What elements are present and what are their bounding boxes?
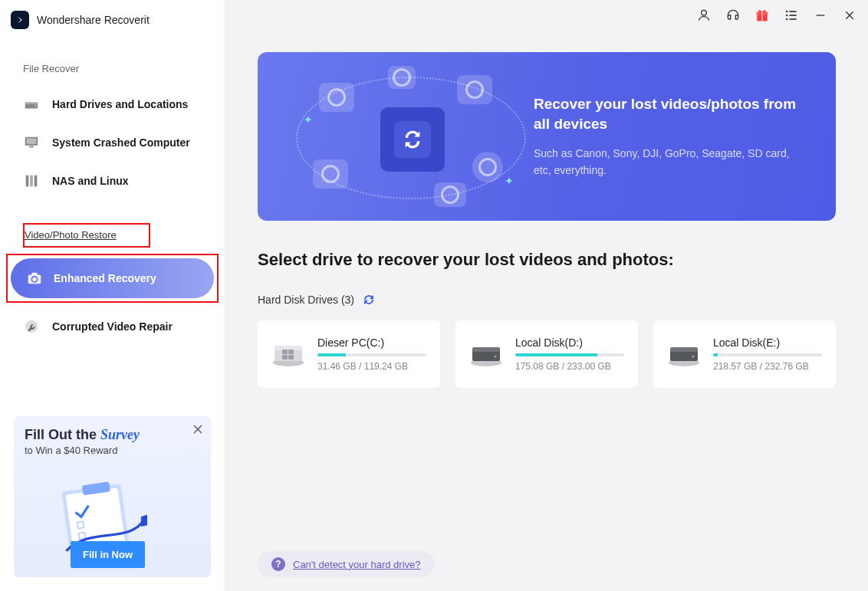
footer-help: ? Can't detect your hard drive? — [258, 551, 435, 577]
enhanced-recovery-highlight: Enhanced Recovery — [6, 254, 219, 303]
nav-nas-linux[interactable]: NAS and Linux — [0, 162, 225, 200]
svg-rect-34 — [282, 355, 288, 360]
drive-icon — [469, 341, 503, 367]
nav-label: Hard Drives and Locations — [52, 98, 188, 110]
select-drive-title: Select drive to recover your lost videos… — [258, 250, 836, 270]
banner-title: Recover your lost videos/photos from all… — [534, 94, 805, 135]
nav-corrupted-video[interactable]: Corrupted Video Repair — [0, 307, 225, 346]
svg-point-24 — [786, 15, 788, 17]
help-text: Can't detect your hard drive? — [293, 559, 421, 570]
drive-size: 175.08 GB / 233.00 GB — [515, 361, 624, 372]
svg-rect-4 — [27, 139, 37, 144]
close-button[interactable] — [842, 8, 857, 23]
hero-banner: ✦ ✦ Recover your lost videos/photos from… — [258, 52, 836, 221]
drive-name: Dieser PC(C:) — [317, 337, 426, 349]
titlebar: Wondershare Recoverit — [0, 0, 225, 37]
nav-system-crashed[interactable]: System Crashed Computer — [0, 123, 225, 162]
drive-card[interactable]: Local Disk(D:)175.08 GB / 233.00 GB — [455, 320, 638, 388]
svg-rect-32 — [282, 350, 288, 354]
app-title: Wondershare Recoverit — [37, 14, 150, 26]
drive-icon — [271, 341, 305, 367]
sidebar: Wondershare Recoverit File Recover Hard … — [0, 0, 225, 591]
account-icon[interactable] — [696, 8, 712, 23]
svg-rect-28 — [817, 15, 825, 15]
drive-card[interactable]: Dieser PC(C:)31.46 GB / 119.24 GB — [258, 320, 440, 388]
section-video-photo: Video/Photo Restore — [23, 223, 150, 248]
promo-close-button[interactable] — [189, 421, 206, 438]
drive-size: 31.46 GB / 119.24 GB — [317, 361, 426, 372]
svg-rect-25 — [790, 15, 797, 16]
server-icon — [23, 172, 40, 189]
nav-label: NAS and Linux — [52, 175, 129, 187]
banner-subtitle: Such as Canon, Sony, DJI, GoPro, Seagate… — [534, 146, 805, 179]
hard-drive-icon — [23, 96, 40, 113]
svg-rect-27 — [790, 18, 797, 20]
svg-point-39 — [495, 356, 497, 358]
drive-card[interactable]: Local Disk(E:)218.57 GB / 232.76 GB — [653, 320, 836, 388]
svg-rect-38 — [472, 347, 500, 352]
svg-rect-35 — [288, 355, 294, 360]
minimize-button[interactable] — [813, 8, 828, 23]
promo-subtitle: to Win a $40 Reward — [25, 445, 200, 456]
drive-usage-bar — [515, 353, 624, 356]
svg-point-18 — [702, 10, 707, 15]
nav-enhanced-recovery[interactable]: Enhanced Recovery — [11, 258, 214, 298]
section-file-recover: File Recover — [0, 37, 225, 85]
nav-hard-drives[interactable]: Hard Drives and Locations — [0, 85, 225, 123]
promo-card: Fill Out the Survey to Win a $40 Reward … — [14, 416, 211, 577]
svg-rect-33 — [288, 350, 294, 354]
svg-rect-7 — [30, 176, 33, 187]
svg-rect-11 — [31, 273, 37, 276]
hdd-section-header: Hard Disk Drives (3) — [258, 293, 836, 307]
window-controls — [696, 8, 857, 23]
main-panel: ✦ ✦ Recover your lost videos/photos from… — [225, 0, 868, 591]
svg-rect-8 — [35, 176, 38, 187]
drive-icon — [667, 341, 701, 367]
banner-illustration: ✦ ✦ — [258, 52, 534, 221]
nav-label: Enhanced Recovery — [54, 272, 156, 284]
hdd-label: Hard Disk Drives (3) — [258, 294, 354, 306]
support-icon[interactable] — [725, 8, 741, 23]
monitor-icon — [23, 134, 40, 151]
svg-point-43 — [692, 356, 695, 358]
nav-label: System Crashed Computer — [52, 136, 190, 149]
svg-rect-42 — [670, 347, 698, 352]
svg-rect-5 — [29, 146, 34, 148]
gift-icon[interactable] — [755, 8, 770, 23]
svg-rect-23 — [790, 11, 797, 12]
drive-name: Local Disk(D:) — [515, 337, 624, 349]
refresh-button[interactable] — [362, 293, 376, 307]
drive-list: Dieser PC(C:)31.46 GB / 119.24 GBLocal D… — [258, 320, 836, 388]
wrench-icon — [23, 318, 40, 335]
svg-point-26 — [786, 18, 788, 21]
drive-usage-bar — [317, 353, 426, 356]
nav-label: Corrupted Video Repair — [52, 320, 173, 333]
cant-detect-link[interactable]: ? Can't detect your hard drive? — [258, 551, 435, 577]
camera-icon — [26, 270, 43, 287]
app-logo — [11, 11, 29, 29]
promo-title: Fill Out the Survey — [25, 427, 200, 443]
svg-rect-21 — [761, 12, 763, 21]
svg-rect-1 — [25, 102, 38, 104]
menu-icon[interactable] — [784, 8, 799, 23]
svg-point-2 — [35, 105, 37, 107]
question-icon: ? — [271, 557, 285, 571]
promo-fill-button[interactable]: Fill in Now — [71, 541, 145, 568]
svg-rect-6 — [26, 176, 29, 187]
drive-name: Local Disk(E:) — [713, 337, 822, 349]
svg-point-22 — [786, 11, 788, 13]
drive-usage-bar — [713, 353, 822, 356]
drive-size: 218.57 GB / 232.76 GB — [713, 361, 822, 372]
